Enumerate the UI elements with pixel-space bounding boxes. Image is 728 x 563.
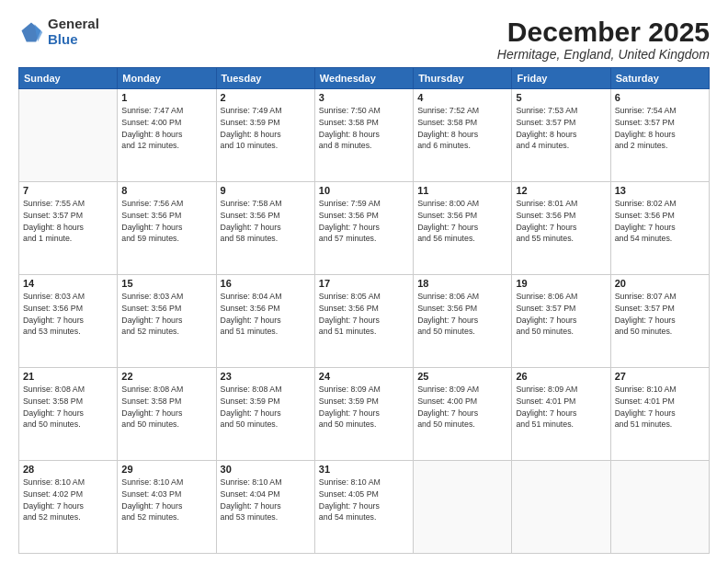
day-info: Sunrise: 8:09 AM Sunset: 4:00 PM Dayligh… (417, 384, 507, 431)
day-info: Sunrise: 8:09 AM Sunset: 4:01 PM Dayligh… (516, 384, 606, 431)
day-info: Sunrise: 8:08 AM Sunset: 3:58 PM Dayligh… (23, 384, 113, 431)
calendar-cell (512, 461, 610, 554)
col-friday: Friday (512, 68, 610, 89)
calendar-cell: 28Sunrise: 8:10 AM Sunset: 4:02 PM Dayli… (19, 461, 118, 554)
day-number: 27 (615, 371, 705, 382)
calendar-cell: 14Sunrise: 8:03 AM Sunset: 3:56 PM Dayli… (19, 275, 118, 368)
calendar-cell: 20Sunrise: 8:07 AM Sunset: 3:57 PM Dayli… (610, 275, 709, 368)
calendar-table: Sunday Monday Tuesday Wednesday Thursday… (18, 67, 710, 554)
logo: General Blue (18, 17, 99, 47)
logo-general-text: General (48, 17, 99, 32)
day-number: 23 (221, 371, 311, 382)
day-info: Sunrise: 7:49 AM Sunset: 3:59 PM Dayligh… (221, 105, 311, 152)
col-tuesday: Tuesday (216, 68, 314, 89)
calendar-cell: 19Sunrise: 8:06 AM Sunset: 3:57 PM Dayli… (512, 275, 610, 368)
col-saturday: Saturday (610, 68, 709, 89)
calendar-cell: 7Sunrise: 7:55 AM Sunset: 3:57 PM Daylig… (19, 182, 118, 275)
calendar-cell: 1Sunrise: 7:47 AM Sunset: 4:00 PM Daylig… (118, 89, 216, 182)
day-number: 14 (23, 278, 113, 289)
calendar-cell: 24Sunrise: 8:09 AM Sunset: 3:59 PM Dayli… (314, 368, 413, 461)
day-number: 4 (417, 92, 507, 103)
day-number: 16 (221, 278, 311, 289)
day-info: Sunrise: 8:10 AM Sunset: 4:05 PM Dayligh… (319, 477, 409, 523)
day-info: Sunrise: 8:10 AM Sunset: 4:01 PM Dayligh… (615, 384, 705, 431)
day-info: Sunrise: 8:09 AM Sunset: 3:59 PM Dayligh… (319, 384, 409, 431)
calendar-cell (19, 89, 118, 182)
day-number: 17 (319, 278, 409, 289)
day-number: 18 (417, 278, 507, 289)
day-info: Sunrise: 7:56 AM Sunset: 3:56 PM Dayligh… (121, 198, 211, 245)
day-info: Sunrise: 8:10 AM Sunset: 4:04 PM Dayligh… (221, 477, 311, 523)
col-sunday: Sunday (19, 68, 118, 89)
calendar-cell: 5Sunrise: 7:53 AM Sunset: 3:57 PM Daylig… (512, 89, 610, 182)
day-number: 3 (319, 92, 409, 103)
day-number: 31 (319, 464, 409, 475)
calendar-cell: 2Sunrise: 7:49 AM Sunset: 3:59 PM Daylig… (216, 89, 314, 182)
week-row-1: 1Sunrise: 7:47 AM Sunset: 4:00 PM Daylig… (19, 89, 710, 182)
title-block: December 2025 Hermitage, England, United… (497, 17, 710, 62)
location: Hermitage, England, United Kingdom (497, 47, 710, 62)
calendar-cell: 4Sunrise: 7:52 AM Sunset: 3:58 PM Daylig… (414, 89, 512, 182)
calendar-cell: 31Sunrise: 8:10 AM Sunset: 4:05 PM Dayli… (314, 461, 413, 554)
col-thursday: Thursday (414, 68, 512, 89)
day-info: Sunrise: 7:54 AM Sunset: 3:57 PM Dayligh… (615, 105, 705, 152)
day-number: 29 (121, 464, 211, 475)
day-number: 19 (516, 278, 606, 289)
header: General Blue December 2025 Hermitage, En… (18, 17, 710, 62)
calendar-cell: 17Sunrise: 8:05 AM Sunset: 3:56 PM Dayli… (314, 275, 413, 368)
calendar-cell: 13Sunrise: 8:02 AM Sunset: 3:56 PM Dayli… (610, 182, 709, 275)
day-number: 13 (615, 185, 705, 196)
week-row-4: 21Sunrise: 8:08 AM Sunset: 3:58 PM Dayli… (19, 368, 710, 461)
calendar-cell: 23Sunrise: 8:08 AM Sunset: 3:59 PM Dayli… (216, 368, 314, 461)
day-info: Sunrise: 8:10 AM Sunset: 4:03 PM Dayligh… (121, 477, 211, 523)
day-info: Sunrise: 8:04 AM Sunset: 3:56 PM Dayligh… (221, 291, 311, 338)
day-info: Sunrise: 7:47 AM Sunset: 4:00 PM Dayligh… (121, 105, 211, 152)
day-info: Sunrise: 7:52 AM Sunset: 3:58 PM Dayligh… (417, 105, 507, 152)
calendar-cell: 6Sunrise: 7:54 AM Sunset: 3:57 PM Daylig… (610, 89, 709, 182)
calendar-cell: 29Sunrise: 8:10 AM Sunset: 4:03 PM Dayli… (118, 461, 216, 554)
day-info: Sunrise: 8:10 AM Sunset: 4:02 PM Dayligh… (23, 477, 113, 523)
calendar-cell: 3Sunrise: 7:50 AM Sunset: 3:58 PM Daylig… (314, 89, 413, 182)
calendar-cell: 8Sunrise: 7:56 AM Sunset: 3:56 PM Daylig… (118, 182, 216, 275)
day-number: 21 (23, 371, 113, 382)
day-number: 12 (516, 185, 606, 196)
day-number: 28 (23, 464, 113, 475)
calendar-cell: 30Sunrise: 8:10 AM Sunset: 4:04 PM Dayli… (216, 461, 314, 554)
day-number: 26 (516, 371, 606, 382)
calendar-cell: 16Sunrise: 8:04 AM Sunset: 3:56 PM Dayli… (216, 275, 314, 368)
day-info: Sunrise: 8:06 AM Sunset: 3:56 PM Dayligh… (417, 291, 507, 338)
calendar-cell (414, 461, 512, 554)
day-number: 1 (121, 92, 211, 103)
month-title: December 2025 (497, 17, 710, 47)
day-number: 8 (121, 185, 211, 196)
day-info: Sunrise: 8:03 AM Sunset: 3:56 PM Dayligh… (23, 291, 113, 338)
day-number: 9 (221, 185, 311, 196)
day-info: Sunrise: 7:55 AM Sunset: 3:57 PM Dayligh… (23, 198, 113, 245)
day-number: 2 (221, 92, 311, 103)
day-info: Sunrise: 7:53 AM Sunset: 3:57 PM Dayligh… (516, 105, 606, 152)
day-info: Sunrise: 8:05 AM Sunset: 3:56 PM Dayligh… (319, 291, 409, 338)
day-number: 11 (417, 185, 507, 196)
day-info: Sunrise: 8:02 AM Sunset: 3:56 PM Dayligh… (615, 198, 705, 245)
day-info: Sunrise: 7:50 AM Sunset: 3:58 PM Dayligh… (319, 105, 409, 152)
calendar-cell: 11Sunrise: 8:00 AM Sunset: 3:56 PM Dayli… (414, 182, 512, 275)
calendar-cell: 25Sunrise: 8:09 AM Sunset: 4:00 PM Dayli… (414, 368, 512, 461)
calendar-cell: 9Sunrise: 7:58 AM Sunset: 3:56 PM Daylig… (216, 182, 314, 275)
day-number: 10 (319, 185, 409, 196)
calendar-cell: 10Sunrise: 7:59 AM Sunset: 3:56 PM Dayli… (314, 182, 413, 275)
day-number: 20 (615, 278, 705, 289)
logo-icon (18, 19, 44, 45)
logo-text: General Blue (48, 17, 99, 47)
day-info: Sunrise: 8:08 AM Sunset: 3:58 PM Dayligh… (121, 384, 211, 431)
day-info: Sunrise: 8:00 AM Sunset: 3:56 PM Dayligh… (417, 198, 507, 245)
day-number: 5 (516, 92, 606, 103)
calendar-cell: 15Sunrise: 8:03 AM Sunset: 3:56 PM Dayli… (118, 275, 216, 368)
day-number: 24 (319, 371, 409, 382)
calendar-cell: 26Sunrise: 8:09 AM Sunset: 4:01 PM Dayli… (512, 368, 610, 461)
day-info: Sunrise: 8:08 AM Sunset: 3:59 PM Dayligh… (221, 384, 311, 431)
week-row-3: 14Sunrise: 8:03 AM Sunset: 3:56 PM Dayli… (19, 275, 710, 368)
calendar-cell: 12Sunrise: 8:01 AM Sunset: 3:56 PM Dayli… (512, 182, 610, 275)
calendar-cell: 21Sunrise: 8:08 AM Sunset: 3:58 PM Dayli… (19, 368, 118, 461)
week-row-2: 7Sunrise: 7:55 AM Sunset: 3:57 PM Daylig… (19, 182, 710, 275)
logo-blue-text: Blue (48, 32, 99, 48)
